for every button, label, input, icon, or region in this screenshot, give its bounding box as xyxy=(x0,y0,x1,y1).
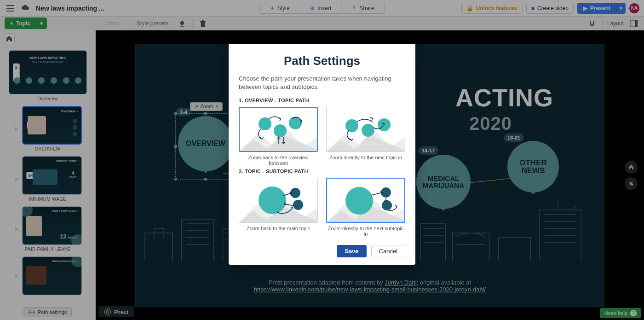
section-2-label: 2. TOPIC - SUBTOPIC PATH xyxy=(239,169,405,174)
save-button[interactable]: Save xyxy=(337,245,366,257)
modal-description: Choose the path your presentation takes … xyxy=(239,75,405,91)
svg-point-12 xyxy=(293,200,303,210)
svg-point-7 xyxy=(345,119,358,132)
option-overview-zoom-back[interactable] xyxy=(239,107,318,152)
modal-title: Path Settings xyxy=(239,54,405,68)
option-subtopic-zoom-back[interactable] xyxy=(239,178,318,223)
svg-point-5 xyxy=(274,124,287,137)
svg-point-13 xyxy=(345,187,373,215)
modal-overlay[interactable]: Path Settings Choose the path your prese… xyxy=(0,0,644,320)
option-overview-zoom-direct[interactable] xyxy=(326,107,405,152)
cancel-button[interactable]: Cancel xyxy=(371,245,405,257)
path-settings-modal: Path Settings Choose the path your prese… xyxy=(229,44,415,265)
svg-point-4 xyxy=(259,117,271,130)
svg-point-8 xyxy=(362,124,374,137)
option-caption: Zoom directly to the next topic in xyxy=(326,155,405,160)
option-subtopic-zoom-direct[interactable] xyxy=(326,178,405,223)
option-caption: Zoom back to the main topic xyxy=(239,226,318,231)
section-1-label: 1. OVERVIEW - TOPIC PATH xyxy=(239,98,405,103)
svg-point-10 xyxy=(259,186,286,214)
svg-point-9 xyxy=(378,118,391,131)
option-caption: Zoom back to the overview between xyxy=(239,155,318,166)
svg-point-15 xyxy=(382,200,392,210)
option-caption: Zoom directly to the next subtopic in xyxy=(326,226,405,237)
